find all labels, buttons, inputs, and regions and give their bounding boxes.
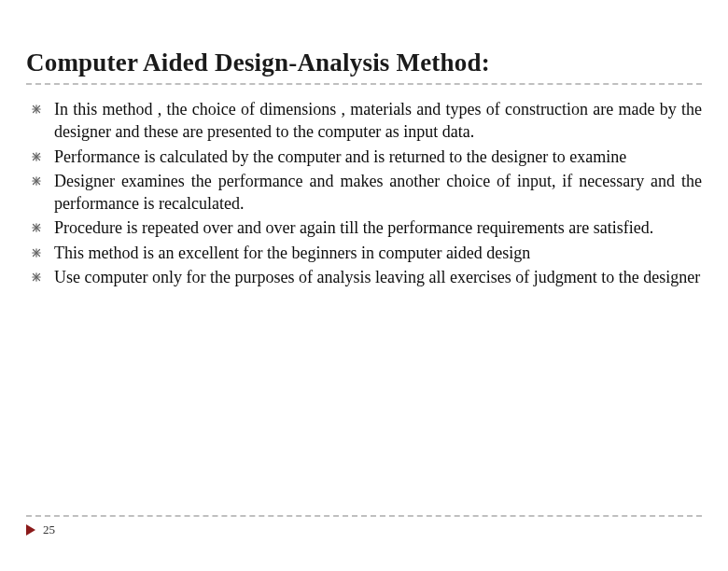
slide: Computer Aided Design-Analysis Method: I… (0, 0, 728, 571)
list-item: This method is an excellent for the begi… (26, 242, 702, 264)
footer-row: 25 (26, 522, 702, 537)
page-number: 25 (43, 522, 55, 537)
list-item: Procedure is repeated over and over agai… (26, 216, 702, 239)
title-area: Computer Aided Design-Analysis Method: (0, 0, 728, 85)
footer: 25 (26, 515, 702, 537)
list-item: In this method , the choice of dimension… (26, 98, 702, 144)
list-item: Use computer only for the purposes of an… (26, 266, 702, 288)
list-item: Performance is calculated by the compute… (26, 146, 702, 168)
footer-separator (26, 515, 702, 517)
slide-title: Computer Aided Design-Analysis Method: (26, 49, 702, 77)
bullet-list: In this method , the choice of dimension… (26, 98, 702, 288)
content-area: In this method , the choice of dimension… (0, 85, 728, 288)
list-item: Designer examines the performance and ma… (26, 170, 702, 216)
page-arrow-icon (26, 524, 35, 536)
